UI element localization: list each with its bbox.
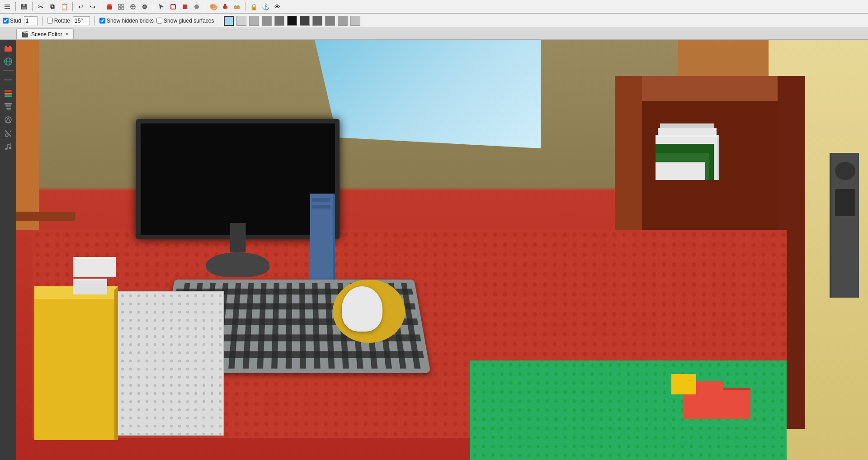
sep3 bbox=[72, 2, 73, 11]
color-swatch-gray[interactable] bbox=[325, 16, 335, 26]
stud-input[interactable] bbox=[24, 16, 38, 25]
monitor-screen bbox=[136, 119, 340, 239]
sep7 bbox=[245, 2, 245, 11]
red-block-button[interactable] bbox=[104, 1, 115, 12]
redo-button[interactable]: ↪ bbox=[87, 1, 98, 12]
svg-rect-7 bbox=[108, 4, 109, 6]
show-glued-group: Show glued surfaces bbox=[156, 18, 214, 24]
paste-button[interactable]: 📋 bbox=[59, 1, 70, 12]
color-swatch-silver[interactable] bbox=[338, 16, 348, 26]
color-swatch-charcoal[interactable] bbox=[312, 16, 322, 26]
svg-point-20 bbox=[194, 5, 199, 9]
svg-rect-25 bbox=[237, 5, 239, 6]
pc-tower bbox=[310, 194, 335, 293]
svg-point-17 bbox=[143, 5, 146, 8]
svg-rect-6 bbox=[107, 5, 112, 9]
sidebar: — bbox=[0, 40, 16, 460]
window-sky bbox=[315, 40, 541, 148]
color-swatch-darkgray[interactable] bbox=[262, 16, 272, 26]
rotate-input[interactable] bbox=[73, 16, 90, 25]
toolbar1: ✂ ⧉ 📋 ↩ ↪ 🎨 🔒 ⚓ 👁 bbox=[0, 0, 868, 14]
color-button[interactable] bbox=[220, 1, 231, 12]
sep4 bbox=[101, 2, 101, 11]
color-swatch-lightgray[interactable] bbox=[236, 16, 246, 26]
show-hidden-label: Show hidden bricks bbox=[107, 18, 154, 24]
cut-button[interactable]: ✂ bbox=[35, 1, 46, 12]
sidebar-divider-1 bbox=[3, 70, 14, 71]
bricks-button[interactable] bbox=[231, 1, 242, 12]
tab-close-button[interactable]: ✕ bbox=[65, 32, 69, 37]
rotate-tool-button[interactable] bbox=[179, 1, 190, 12]
green-baseplate-bottom-right bbox=[470, 360, 787, 460]
tab-scene-editor[interactable]: 🎬 Scene Editor ✕ bbox=[16, 28, 74, 39]
svg-rect-35 bbox=[5, 103, 12, 104]
select-button[interactable] bbox=[156, 1, 167, 12]
sidebar-palette-button[interactable]: — bbox=[2, 73, 14, 85]
color-swatch-verydark[interactable] bbox=[300, 16, 310, 26]
monitor-stand-base bbox=[206, 252, 269, 277]
visibility-button[interactable]: 👁 bbox=[272, 1, 283, 12]
render-button[interactable] bbox=[139, 1, 150, 12]
svg-rect-36 bbox=[5, 105, 11, 107]
svg-rect-28 bbox=[9, 46, 11, 47]
svg-line-42 bbox=[10, 131, 11, 132]
svg-rect-12 bbox=[122, 7, 124, 9]
grid-button[interactable] bbox=[116, 1, 127, 12]
svg-rect-22 bbox=[224, 4, 226, 7]
sidebar-environment-button[interactable] bbox=[2, 114, 14, 126]
svg-point-44 bbox=[5, 148, 8, 150]
snap-button[interactable] bbox=[127, 1, 138, 12]
rotate-checkbox[interactable] bbox=[47, 18, 53, 24]
speaker-right bbox=[830, 153, 859, 298]
monitor bbox=[136, 119, 340, 277]
yellow-lego-small bbox=[671, 374, 696, 394]
sidebar-bricks-button[interactable] bbox=[2, 42, 14, 54]
shelf-top-bar bbox=[642, 76, 778, 101]
show-hidden-checkbox[interactable] bbox=[99, 18, 105, 24]
svg-rect-10 bbox=[122, 4, 124, 6]
sidebar-tree-button[interactable] bbox=[2, 100, 14, 113]
sep-t2-3 bbox=[219, 16, 219, 25]
svg-rect-18 bbox=[171, 5, 175, 9]
svg-rect-9 bbox=[118, 4, 121, 6]
tabbar: 🎬 Scene Editor ✕ bbox=[0, 28, 868, 40]
sidebar-music-button[interactable] bbox=[2, 141, 14, 153]
undo-button[interactable]: ↩ bbox=[75, 1, 86, 12]
tab-scene-icon: 🎬 bbox=[21, 31, 28, 38]
hinge-button[interactable] bbox=[191, 1, 202, 12]
anchor-button[interactable]: ⚓ bbox=[260, 1, 271, 12]
color-swatch-darker[interactable] bbox=[274, 16, 284, 26]
mouse bbox=[342, 286, 382, 332]
color-swatch-medgray[interactable] bbox=[249, 16, 259, 26]
menu-button[interactable] bbox=[2, 1, 13, 12]
svg-rect-27 bbox=[5, 46, 7, 47]
white-brick-stack bbox=[73, 257, 116, 298]
sidebar-layers-button[interactable] bbox=[2, 86, 14, 99]
save-button[interactable] bbox=[19, 1, 29, 12]
sidebar-globe-button[interactable] bbox=[2, 55, 14, 68]
svg-rect-37 bbox=[6, 108, 11, 109]
sep2 bbox=[32, 2, 33, 11]
viewport bbox=[16, 40, 868, 460]
rotate-label: Rotate bbox=[54, 18, 70, 24]
svg-rect-23 bbox=[234, 6, 240, 9]
stud-label: Stud bbox=[10, 18, 21, 24]
sep-t2-2 bbox=[94, 16, 95, 25]
rotate-label-group: Rotate bbox=[47, 18, 70, 24]
show-glued-checkbox[interactable] bbox=[156, 18, 162, 24]
sidebar-tools-button[interactable] bbox=[2, 127, 14, 140]
svg-rect-38 bbox=[7, 109, 11, 110]
svg-rect-24 bbox=[235, 5, 236, 6]
sep-t2-1 bbox=[42, 16, 42, 25]
stud-checkbox[interactable] bbox=[3, 18, 9, 24]
color-swatch-lightsilver[interactable] bbox=[350, 16, 360, 26]
lock-button[interactable]: 🔒 bbox=[248, 1, 259, 12]
paint-button[interactable]: 🎨 bbox=[208, 1, 219, 12]
move-button[interactable] bbox=[168, 1, 179, 12]
copy-button[interactable]: ⧉ bbox=[47, 1, 58, 12]
color-swatch-black[interactable] bbox=[287, 16, 297, 26]
color-swatch-lightblue[interactable] bbox=[224, 16, 234, 26]
svg-rect-5 bbox=[22, 7, 26, 9]
sep6 bbox=[205, 2, 205, 11]
scene-canvas[interactable] bbox=[16, 40, 868, 460]
